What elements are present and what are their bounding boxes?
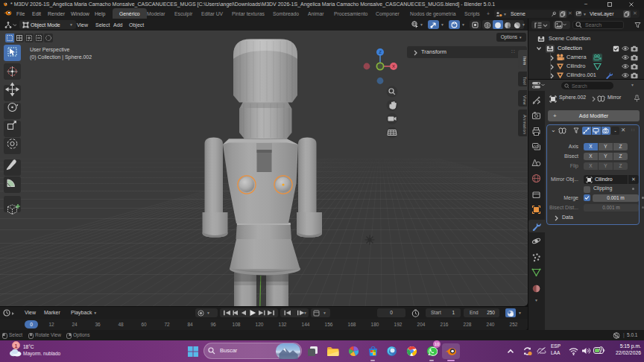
svg-text:X: X (392, 64, 395, 69)
svg-text:Z: Z (379, 50, 382, 54)
